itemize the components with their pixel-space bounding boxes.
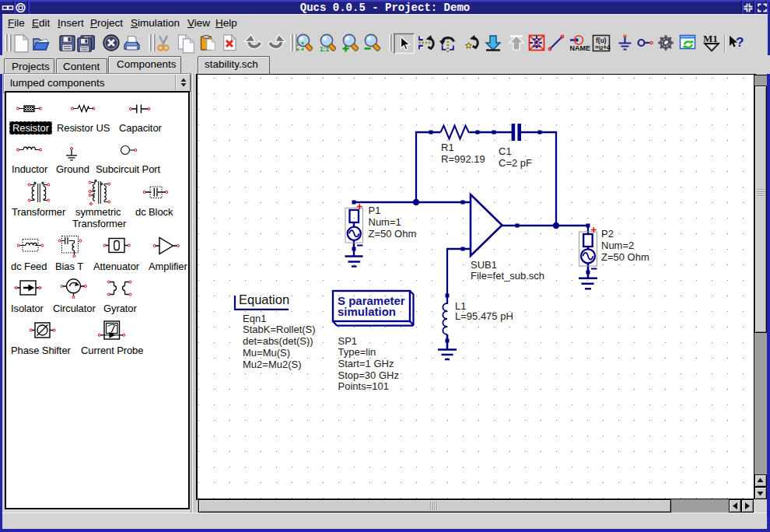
svg-text:Start=1 GHz: Start=1 GHz <box>338 358 394 369</box>
svg-text:File=fet_sub.sch: File=fet_sub.sch <box>471 270 544 282</box>
svg-text:Stop=30 GHz: Stop=30 GHz <box>338 369 399 381</box>
svg-text:Equation: Equation <box>239 292 289 306</box>
svg-text:SUB1: SUB1 <box>471 259 497 271</box>
svg-text:C=2 pF: C=2 pF <box>499 157 532 169</box>
svg-text:NAME: NAME <box>570 44 591 52</box>
svg-text:Z=50 Ohm: Z=50 Ohm <box>601 251 649 263</box>
svg-text:Mu=Mu(S): Mu=Mu(S) <box>243 347 290 359</box>
svg-text:det=abs(det(S)): det=abs(det(S)) <box>243 335 313 347</box>
svg-text:L=95.475 pH: L=95.475 pH <box>455 310 513 322</box>
svg-text:Z=50 Ohm: Z=50 Ohm <box>369 228 417 240</box>
svg-text:R1: R1 <box>441 142 454 153</box>
svg-text:SP1: SP1 <box>338 335 358 347</box>
svg-text:Mu2=Mu2(S): Mu2=Mu2(S) <box>243 359 302 370</box>
svg-text:=u+4: =u+4 <box>595 44 611 51</box>
svg-text:P1: P1 <box>369 205 381 216</box>
svg-text:simulation: simulation <box>338 305 396 318</box>
svg-text:C1: C1 <box>499 145 512 157</box>
svg-text:Type=lin: Type=lin <box>338 346 376 358</box>
svg-text:Eqn1: Eqn1 <box>243 313 266 324</box>
svg-text:R=992.19: R=992.19 <box>441 153 485 165</box>
svg-text:Points=101: Points=101 <box>338 380 389 392</box>
svg-text:M1: M1 <box>703 33 718 44</box>
svg-text:Num=1: Num=1 <box>369 216 401 228</box>
svg-text:P2: P2 <box>601 228 614 240</box>
svg-text:StabK=Rollet(S): StabK=Rollet(S) <box>243 324 316 335</box>
svg-text:?: ? <box>736 35 744 50</box>
svg-text:1:1: 1:1 <box>320 45 330 53</box>
svg-text:Num=2: Num=2 <box>601 240 634 251</box>
